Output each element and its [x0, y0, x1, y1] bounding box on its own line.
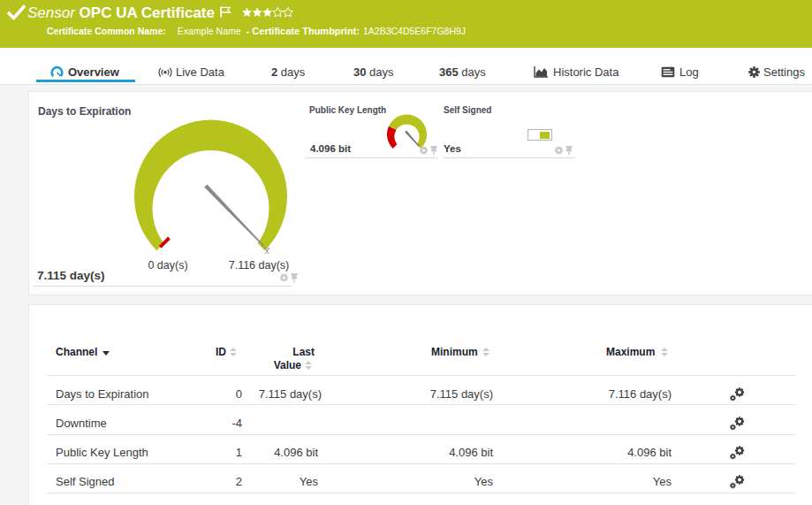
- svg-text:x̅: x̅: [263, 245, 270, 256]
